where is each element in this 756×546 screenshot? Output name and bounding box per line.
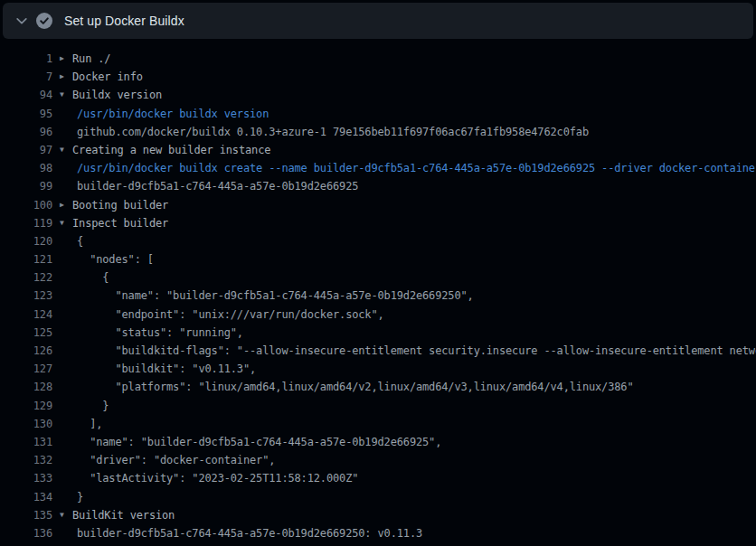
line-number[interactable]: 99 [0,177,52,195]
log-line: 128 "platforms": "linux/amd64,linux/amd6… [0,378,756,396]
log-line: 132 "driver": "docker-container", [0,451,756,469]
log-line: 95 /usr/bin/docker buildx version [0,105,756,123]
line-number[interactable]: 123 [0,287,52,305]
line-number[interactable]: 133 [0,469,52,487]
log-text: builder-d9cfb5a1-c764-445a-a57e-0b19d2e6… [52,524,422,542]
log-group-header[interactable]: 94 ▼ Buildx version [0,86,756,104]
log-line: 130 ], [0,415,756,433]
log-text: Inspect builder [72,214,168,232]
log-text: Booting builder [72,196,168,214]
triangle-right-icon: ▶ [60,196,72,214]
step-header[interactable]: Set up Docker Buildx [3,3,753,39]
log-line: 125 "status": "running", [0,324,756,342]
triangle-down-icon: ▼ [60,506,72,524]
log-text: { [52,232,83,250]
log-text: } [52,397,109,415]
line-number[interactable]: 100 [0,196,52,214]
chevron-down-icon[interactable] [8,14,35,27]
log-text: github.com/docker/buildx 0.10.3+azure-1 … [52,123,589,141]
log-text: "platforms": "linux/amd64,linux/amd64/v2… [52,378,634,396]
step-title: Set up Docker Buildx [64,14,184,28]
line-number[interactable]: 7 [0,68,52,86]
line-number[interactable]: 121 [0,250,52,268]
log-line: 134 } [0,488,756,506]
log-text: builder-d9cfb5a1-c764-445a-a57e-0b19d2e6… [52,177,358,195]
log-line: 127 "buildkit": "v0.11.3", [0,360,756,378]
log-line: 122 { [0,268,756,287]
line-number[interactable]: 130 [0,415,52,433]
log-text: "buildkitd-flags": "--allow-insecure-ent… [52,342,756,360]
log-text: "lastActivity": "2023-02-25T11:58:12.000… [52,469,358,487]
log-line: 131 "name": "builder-d9cfb5a1-c764-445a-… [0,433,756,451]
log-group-header[interactable]: 135 ▼ BuildKit version [0,506,756,524]
log-group-header[interactable]: 100 ▶ Booting builder [0,196,756,214]
line-number[interactable]: 134 [0,488,52,506]
line-number[interactable]: 129 [0,397,52,415]
triangle-right-icon: ▶ [60,68,72,86]
log-line: 123 "name": "builder-d9cfb5a1-c764-445a-… [0,287,756,305]
log-line: 96 github.com/docker/buildx 0.10.3+azure… [0,123,756,141]
line-number[interactable]: 127 [0,360,52,378]
log-group-header[interactable]: 1 ▶ Run ./ [0,50,756,68]
line-number[interactable]: 128 [0,378,52,396]
triangle-down-icon: ▼ [60,141,72,159]
log-line: 124 "endpoint": "unix:///var/run/docker.… [0,306,756,324]
log-text: { [52,268,109,287]
line-number[interactable]: 119 [0,214,52,232]
log-group-header[interactable]: 119 ▼ Inspect builder [0,214,756,232]
log-line: 98 /usr/bin/docker buildx create --name … [0,159,756,177]
line-number[interactable]: 132 [0,451,52,469]
log-group-header[interactable]: 97 ▼ Creating a new builder instance [0,141,756,159]
log-area: 1 ▶ Run ./ 7 ▶ Docker info 94 ▼ Buildx v… [0,39,756,542]
line-number[interactable]: 1 [0,50,52,68]
log-line: 133 "lastActivity": "2023-02-25T11:58:12… [0,469,756,487]
line-number[interactable]: 120 [0,232,52,250]
log-text: "name": "builder-d9cfb5a1-c764-445a-a57e… [52,433,441,451]
log-text: "nodes": [ [52,250,154,268]
log-text: ], [52,415,102,433]
line-number[interactable]: 125 [0,324,52,342]
line-number[interactable]: 122 [0,268,52,287]
log-line: 136 builder-d9cfb5a1-c764-445a-a57e-0b19… [0,524,756,542]
log-text: Run ./ [72,50,110,68]
line-number[interactable]: 96 [0,123,52,141]
check-circle-icon [35,13,53,29]
log-text: "name": "builder-d9cfb5a1-c764-445a-a57e… [52,287,474,305]
log-line: 121 "nodes": [ [0,250,756,268]
log-line: 120 { [0,232,756,250]
log-text: Creating a new builder instance [72,141,270,159]
triangle-down-icon: ▼ [60,214,72,232]
log-text: "endpoint": "unix:///var/run/docker.sock… [52,306,384,324]
log-group-header[interactable]: 7 ▶ Docker info [0,68,756,86]
log-text: /usr/bin/docker buildx create --name bui… [52,159,756,177]
line-number[interactable]: 126 [0,342,52,360]
line-number[interactable]: 97 [0,141,52,159]
line-number[interactable]: 124 [0,306,52,324]
line-number[interactable]: 94 [0,86,52,104]
log-text: Docker info [72,68,143,86]
line-number[interactable]: 95 [0,105,52,123]
line-number[interactable]: 131 [0,433,52,451]
log-text: "buildkit": "v0.11.3", [52,360,256,378]
log-text: "driver": "docker-container", [52,451,275,469]
line-number[interactable]: 135 [0,506,52,524]
triangle-right-icon: ▶ [60,50,72,68]
log-text: BuildKit version [72,506,175,524]
log-line: 126 "buildkitd-flags": "--allow-insecure… [0,342,756,360]
log-line: 129 } [0,397,756,415]
log-line: 99 builder-d9cfb5a1-c764-445a-a57e-0b19d… [0,177,756,195]
line-number[interactable]: 98 [0,159,52,177]
log-text: "status": "running", [52,324,243,342]
log-text: /usr/bin/docker buildx version [52,105,269,123]
log-text: } [52,488,83,506]
log-text: Buildx version [72,86,162,104]
triangle-down-icon: ▼ [60,86,72,104]
line-number[interactable]: 136 [0,524,52,542]
